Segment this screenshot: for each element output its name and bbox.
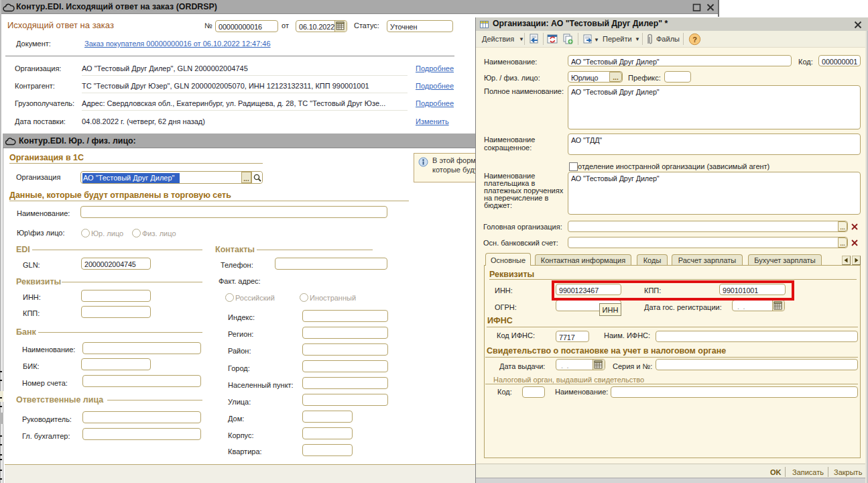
svg-text:?: ? bbox=[692, 36, 697, 44]
